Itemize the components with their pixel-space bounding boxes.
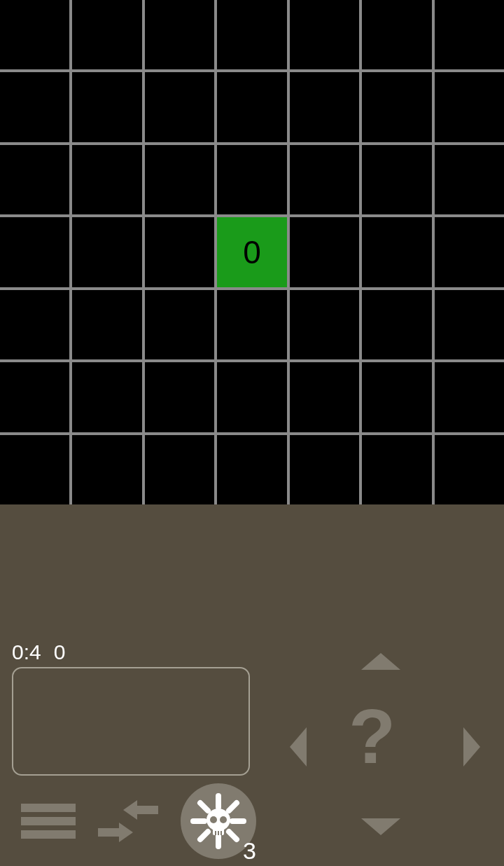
grid-cell[interactable] <box>72 435 141 504</box>
grid-cell[interactable] <box>435 362 504 432</box>
grid-cell[interactable] <box>217 290 286 359</box>
grid-cell[interactable] <box>362 290 431 359</box>
svg-line-6 <box>200 832 208 839</box>
grid: 0 <box>0 0 504 504</box>
grid-cell[interactable] <box>362 72 431 142</box>
skull-count-label: 3 <box>243 837 256 865</box>
arrow-up-button[interactable] <box>361 653 400 670</box>
grid-cell[interactable] <box>217 72 286 142</box>
skull-icon <box>190 793 246 849</box>
bottom-buttons: 3 <box>21 783 256 859</box>
player-value: 0 <box>243 233 261 271</box>
grid-cell[interactable] <box>217 435 286 504</box>
grid-cell[interactable] <box>0 435 69 504</box>
grid-cell[interactable] <box>290 217 359 287</box>
grid-cell[interactable] <box>290 145 359 214</box>
grid-cell[interactable] <box>290 290 359 359</box>
grid-cell[interactable] <box>72 217 141 287</box>
hits-box[interactable] <box>12 667 250 776</box>
grid-cell[interactable] <box>0 362 69 432</box>
svg-rect-12 <box>215 831 216 835</box>
svg-rect-14 <box>220 831 222 835</box>
player-cell[interactable]: 0 <box>217 217 286 287</box>
grid-cell[interactable] <box>435 0 504 69</box>
grid-cell[interactable] <box>0 290 69 359</box>
timer-label: 0:4 <box>12 640 41 664</box>
arrow-down-button[interactable] <box>361 818 400 835</box>
grid-cell[interactable] <box>362 435 431 504</box>
grid-cell[interactable] <box>362 0 431 69</box>
grid-cell[interactable] <box>0 217 69 287</box>
skull-button[interactable]: 3 <box>181 783 256 859</box>
grid-cell[interactable] <box>72 362 141 432</box>
grid-cell[interactable] <box>362 145 431 214</box>
grid-cell[interactable] <box>145 362 214 432</box>
grid-cell[interactable] <box>72 145 141 214</box>
swap-arrows-icon <box>97 800 160 842</box>
grid-cell[interactable] <box>72 290 141 359</box>
svg-line-7 <box>229 832 237 839</box>
grid-cell[interactable] <box>435 145 504 214</box>
grid-cell[interactable] <box>435 290 504 359</box>
center-action-button[interactable]: ? <box>349 698 396 775</box>
arrow-right-button[interactable] <box>463 727 480 767</box>
grid-cell[interactable] <box>290 0 359 69</box>
svg-point-10 <box>210 816 217 823</box>
dpad: ? <box>280 653 490 835</box>
grid-cell[interactable] <box>145 0 214 69</box>
grid-cell[interactable] <box>0 145 69 214</box>
grid-cell[interactable] <box>290 435 359 504</box>
swap-button[interactable] <box>97 800 160 842</box>
grid-cell[interactable] <box>217 362 286 432</box>
svg-line-5 <box>229 803 237 811</box>
hamburger-icon <box>21 830 76 839</box>
hamburger-icon <box>21 804 76 812</box>
grid-cell[interactable] <box>217 145 286 214</box>
svg-line-4 <box>200 803 208 811</box>
status-row: 0:4 0 <box>12 640 65 664</box>
grid-cell[interactable] <box>72 72 141 142</box>
game-board: 0 <box>0 0 504 504</box>
control-panel: 0:4 0 ? <box>0 504 504 866</box>
grid-cell[interactable] <box>145 290 214 359</box>
grid-cell[interactable] <box>290 72 359 142</box>
arrow-left-button[interactable] <box>290 727 307 767</box>
grid-cell[interactable] <box>290 362 359 432</box>
hamburger-icon <box>21 817 76 825</box>
score-label: 0 <box>54 640 66 664</box>
menu-button[interactable] <box>21 804 76 839</box>
grid-cell[interactable] <box>72 0 141 69</box>
grid-cell[interactable] <box>435 72 504 142</box>
grid-cell[interactable] <box>145 72 214 142</box>
svg-rect-13 <box>218 831 219 835</box>
grid-cell[interactable] <box>145 145 214 214</box>
grid-cell[interactable] <box>217 0 286 69</box>
grid-cell[interactable] <box>435 217 504 287</box>
grid-cell[interactable] <box>0 0 69 69</box>
grid-cell[interactable] <box>0 72 69 142</box>
grid-cell[interactable] <box>145 435 214 504</box>
grid-cell[interactable] <box>145 217 214 287</box>
grid-cell[interactable] <box>435 435 504 504</box>
grid-cell[interactable] <box>362 217 431 287</box>
grid-cell[interactable] <box>362 362 431 432</box>
svg-point-11 <box>220 816 227 823</box>
